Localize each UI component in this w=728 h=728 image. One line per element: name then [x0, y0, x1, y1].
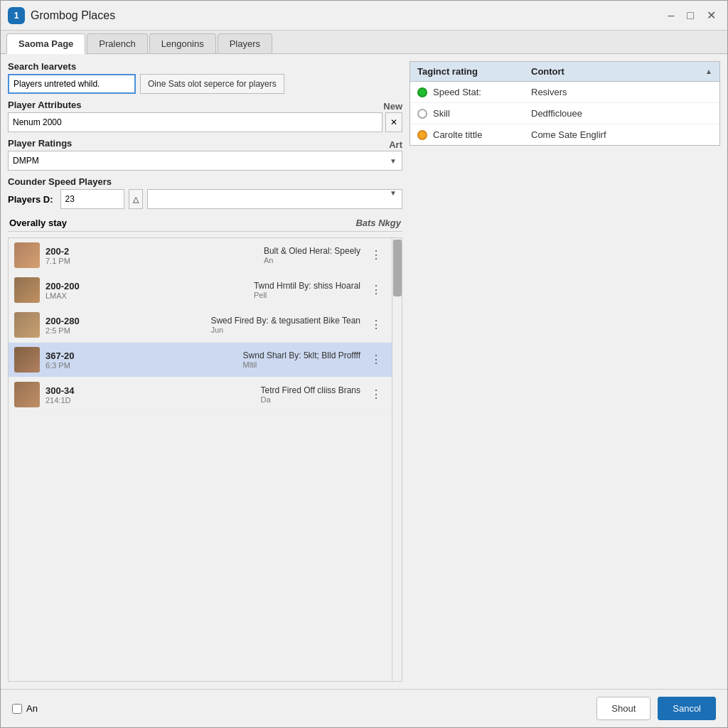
player-menu-icon[interactable]: ⋮ — [366, 386, 386, 403]
ratings-dropdown[interactable]: DMPM — [8, 151, 402, 171]
status-cell: Carolte tittle — [410, 124, 524, 145]
tab-players[interactable]: Players — [218, 33, 272, 53]
player-list: 200-2 7.1 PM Bult & Oled Heral: Speely A… — [9, 238, 392, 681]
player-time: 7.1 PM — [46, 257, 258, 265]
player-desc-block: Bult & Oled Heral: Speely An — [264, 246, 360, 264]
list-header-left: Overally stay — [9, 218, 67, 228]
search-select[interactable]: Players untreted whild. — [8, 74, 136, 94]
attributes-input[interactable] — [8, 112, 382, 132]
player-sub: Mltil — [243, 360, 360, 369]
player-score: 200-280 — [46, 316, 205, 326]
window-controls: – □ ✕ — [663, 7, 720, 23]
avatar — [14, 347, 40, 373]
search-section-label: Search learvets — [8, 61, 402, 72]
counter-label: Players D: — [8, 194, 53, 205]
scrollbar-thumb[interactable] — [393, 240, 402, 296]
avatar — [14, 242, 40, 268]
table-row[interactable]: 200-2 7.1 PM Bult & Oled Heral: Speely A… — [9, 238, 392, 273]
minimize-button[interactable]: – — [663, 7, 678, 23]
counter-section-label: Counder Speed Players — [8, 176, 402, 187]
counter-section: Counder Speed Players Players D: △ ▼ — [8, 176, 402, 209]
status-orange-icon — [417, 130, 427, 140]
player-time: 214:1D — [46, 396, 255, 405]
player-desc-block: Tetrd Fired Off cliiss Brans Da — [261, 385, 360, 404]
main-content: Search learvets Players untreted whild. … — [1, 54, 727, 689]
table-row[interactable]: 200-200 LMAX Twnd Hrntil By: shiss Hoara… — [9, 273, 392, 308]
counter-input[interactable] — [60, 189, 124, 209]
table-row[interactable]: Carolte tittle Come Sate Englirf — [410, 124, 719, 145]
table-row[interactable]: 300-34 214:1D Tetrd Fired Off cliiss Bra… — [9, 378, 392, 412]
player-info: 200-200 LMAX — [46, 281, 248, 300]
player-info: 367-20 6:3 PM — [46, 350, 237, 370]
search-button[interactable]: Oine Sats olot seperce for players — [140, 74, 284, 94]
player-time: LMAX — [46, 291, 248, 300]
player-sub: Jun — [210, 326, 360, 334]
table-row[interactable]: 200-280 2:5 PM Swed Fired By: & tegusati… — [9, 308, 392, 343]
sort-icon: ▲ — [705, 68, 712, 75]
player-sub: Pell — [254, 291, 360, 299]
list-header-right: Bats Nkgy — [355, 218, 401, 228]
player-time: 2:5 PM — [46, 326, 205, 335]
player-desc-block: Swnd Sharl By: 5klt; Blld Proffff Mltil — [243, 350, 360, 369]
clear-button[interactable]: ✕ — [385, 112, 402, 132]
player-time: 6:3 PM — [46, 361, 237, 370]
player-info: 300-34 214:1D — [46, 385, 255, 405]
player-menu-icon[interactable]: ⋮ — [366, 316, 386, 333]
contort-cell: Dedfficlouee — [524, 103, 719, 124]
player-score: 200-2 — [46, 246, 258, 257]
player-score: 200-200 — [46, 281, 248, 291]
player-menu-icon[interactable]: ⋮ — [366, 351, 386, 368]
search-section: Search learvets Players untreted whild. … — [8, 61, 402, 94]
tab-lengonins[interactable]: Lengonins — [149, 33, 216, 53]
counter-dropdown[interactable] — [147, 189, 402, 209]
close-button[interactable]: ✕ — [702, 7, 720, 23]
table-row[interactable]: 367-20 6:3 PM Swnd Sharl By: 5klt; Blld … — [9, 343, 392, 378]
player-desc-block: Swed Fired By: & tegusatient Bike Tean J… — [210, 316, 360, 334]
player-desc: Twnd Hrntil By: shiss Hoaral — [254, 281, 360, 291]
right-panel: Taginct rating Contort ▲ Speed Stat: Res… — [410, 61, 720, 682]
left-panel: Search learvets Players untreted whild. … — [8, 61, 402, 682]
player-score: 367-20 — [46, 350, 237, 361]
app-window: 1 Grombog Places – □ ✕ Saoma Page Pralen… — [0, 0, 728, 728]
player-desc: Swnd Sharl By: 5klt; Blld Proffff — [243, 350, 360, 360]
avatar — [14, 312, 40, 338]
col1-header: Taginct rating — [410, 62, 524, 81]
ratings-table: Taginct rating Contort ▲ Speed Stat: Res… — [410, 61, 720, 146]
checkbox-label: An — [26, 703, 38, 714]
player-menu-icon[interactable]: ⋮ — [366, 282, 386, 299]
avatar — [14, 277, 40, 303]
status-green-icon — [417, 87, 427, 97]
scrollbar[interactable] — [392, 238, 402, 681]
title-bar: 1 Grombog Places – □ ✕ — [1, 1, 727, 31]
player-list-scroll: 200-2 7.1 PM Bult & Oled Heral: Speely A… — [8, 237, 402, 682]
avatar — [14, 382, 40, 407]
maximize-button[interactable]: □ — [682, 7, 698, 23]
status-cell: Speed Stat: — [410, 82, 524, 102]
player-info: 200-2 7.1 PM — [46, 246, 258, 265]
counter-spin-button[interactable]: △ — [129, 189, 143, 209]
table-row[interactable]: Skill Dedfficlouee — [410, 103, 719, 124]
tab-pralench[interactable]: Pralench — [87, 33, 147, 53]
tab-saoma-page[interactable]: Saoma Page — [6, 33, 85, 54]
player-desc: Tetrd Fired Off cliiss Brans — [261, 385, 360, 395]
player-desc: Bult & Oled Heral: Speely — [264, 246, 360, 256]
app-icon: 1 — [8, 7, 25, 24]
shout-button[interactable]: Shout — [596, 697, 651, 720]
player-desc: Swed Fired By: & tegusatient Bike Tean — [210, 316, 360, 326]
status-gray-icon — [417, 109, 427, 119]
col2-header[interactable]: Contort ▲ — [524, 62, 719, 81]
ratings-label: Player Ratings — [8, 138, 72, 149]
ratings-section: Player Ratings Art DMPM ▼ — [8, 138, 402, 171]
player-sub: An — [264, 256, 360, 264]
footer-checkbox[interactable] — [12, 704, 22, 714]
table-header: Taginct rating Contort ▲ — [410, 62, 719, 82]
attributes-section: Player Attributes New ✕ — [8, 100, 402, 132]
window-title: Grombog Places — [31, 9, 115, 22]
table-row[interactable]: Speed Stat: Resivers — [410, 82, 719, 103]
player-score: 300-34 — [46, 385, 255, 396]
footer: An Shout Sancol — [1, 689, 727, 727]
title-bar-left: 1 Grombog Places — [8, 7, 115, 24]
status-cell: Skill — [410, 103, 524, 124]
sancol-button[interactable]: Sancol — [658, 697, 716, 720]
player-menu-icon[interactable]: ⋮ — [366, 247, 386, 264]
